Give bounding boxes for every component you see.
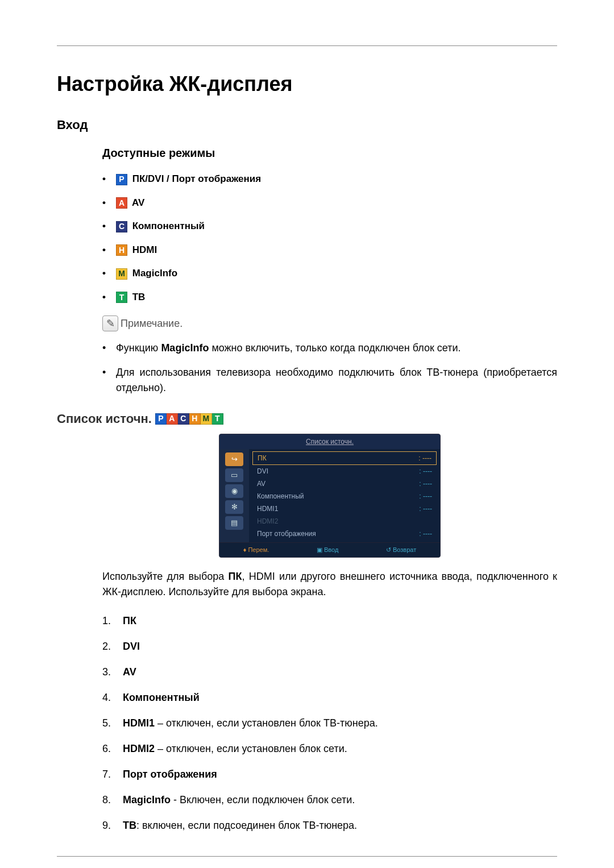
mode-label: AV (132, 197, 144, 208)
osd-row: Компонентный: ---- (252, 490, 437, 502)
t-icon: T (116, 292, 127, 303)
list-item: AV (102, 665, 557, 680)
source-heading: Список источн. (57, 409, 152, 428)
mode-label: HDMI (132, 244, 157, 255)
note-item: Функцию MagicInfo можно включить, только… (102, 340, 557, 356)
source-ol: ПК DVI AV Компонентный HDMI1 – отключен,… (102, 613, 557, 833)
osd-row: ПК: ---- (252, 451, 437, 465)
page-title: Настройка ЖК-дисплея (57, 69, 557, 99)
mode-item: C Компонентный (102, 219, 557, 234)
osd-picture-icon: ▭ (225, 468, 243, 482)
list-item: DVI (102, 639, 557, 654)
source-heading-row: Список источн. P A C H M T (57, 409, 557, 428)
mode-item: P ПК/DVI / Порт отображения (102, 172, 557, 186)
osd-title: Список источн. (219, 434, 440, 449)
c-icon: C (178, 413, 189, 425)
mode-item: H HDMI (102, 243, 557, 258)
mode-item: A AV (102, 196, 557, 210)
osd-multi-icon: ▤ (225, 516, 243, 530)
mode-item: M MagicInfo (102, 266, 557, 281)
source-section: Список источн. ↪ ▭ ◉ ✻ ▤ ПК: ---- DVI: -… (102, 434, 557, 833)
top-rule (57, 45, 557, 46)
mode-label: MagicInfo (132, 268, 177, 279)
osd-list: ПК: ---- DVI: ---- AV: ---- Компонентный… (249, 449, 440, 542)
note-heading: ✎ Примечание. (102, 315, 557, 331)
mode-label: Компонентный (132, 221, 205, 231)
source-description: Используйте для выбора ПК, HDMI или друг… (102, 569, 557, 600)
list-item: ТВ: включен, если подсоединен блок ТВ-тю… (102, 818, 557, 833)
osd-row: Порт отображения: ---- (252, 528, 437, 540)
list-item: Компонентный (102, 690, 557, 705)
note-label: Примечание. (121, 316, 182, 331)
osd-sidebar: ↪ ▭ ◉ ✻ ▤ (219, 449, 249, 542)
osd-panel: Список источн. ↪ ▭ ◉ ✻ ▤ ПК: ---- DVI: -… (219, 434, 441, 558)
osd-footer: ♦ Перем. ▣ Ввод ↺ Возврат (219, 542, 440, 557)
osd-row: AV: ---- (252, 477, 437, 490)
a-icon: A (167, 413, 178, 425)
p-icon: P (116, 174, 127, 185)
osd-sound-icon: ◉ (225, 484, 243, 498)
osd-row: HDMI2 (252, 515, 437, 528)
input-heading: Вход (57, 115, 557, 134)
mode-label: ТВ (132, 292, 146, 302)
note-list: Функцию MagicInfo можно включить, только… (102, 340, 557, 396)
mode-item: T ТВ (102, 290, 557, 305)
m-icon: M (201, 413, 212, 425)
mode-list: P ПК/DVI / Порт отображения A AV C Компо… (102, 172, 557, 304)
bottom-rule (57, 856, 557, 857)
modes-section: Доступные режимы P ПК/DVI / Порт отображ… (102, 144, 557, 396)
osd-setup-icon: ✻ (225, 500, 243, 514)
list-item: MagicInfo - Включен, если подключен блок… (102, 792, 557, 808)
badge-row: P A C H M T (155, 413, 223, 425)
mode-label: ПК/DVI / Порт отображения (132, 173, 261, 184)
h-icon: H (116, 244, 127, 256)
note-item: Для использования телевизора необходимо … (102, 365, 557, 396)
c-icon: C (116, 221, 127, 232)
osd-row: DVI: ---- (252, 465, 437, 477)
p-icon: P (155, 413, 167, 425)
osd-row: HDMI1: ---- (252, 502, 437, 515)
note-icon: ✎ (102, 315, 118, 331)
list-item: ПК (102, 613, 557, 629)
m-icon: M (116, 268, 127, 280)
osd-input-icon: ↪ (225, 452, 243, 466)
list-item: HDMI2 – отключен, если установлен блок с… (102, 741, 557, 757)
h-icon: H (189, 413, 201, 425)
list-item: HDMI1 – отключен, если установлен блок Т… (102, 716, 557, 731)
modes-heading: Доступные режимы (102, 144, 557, 161)
t-icon: T (212, 413, 223, 425)
a-icon: A (116, 197, 127, 209)
list-item: Порт отображения (102, 767, 557, 782)
